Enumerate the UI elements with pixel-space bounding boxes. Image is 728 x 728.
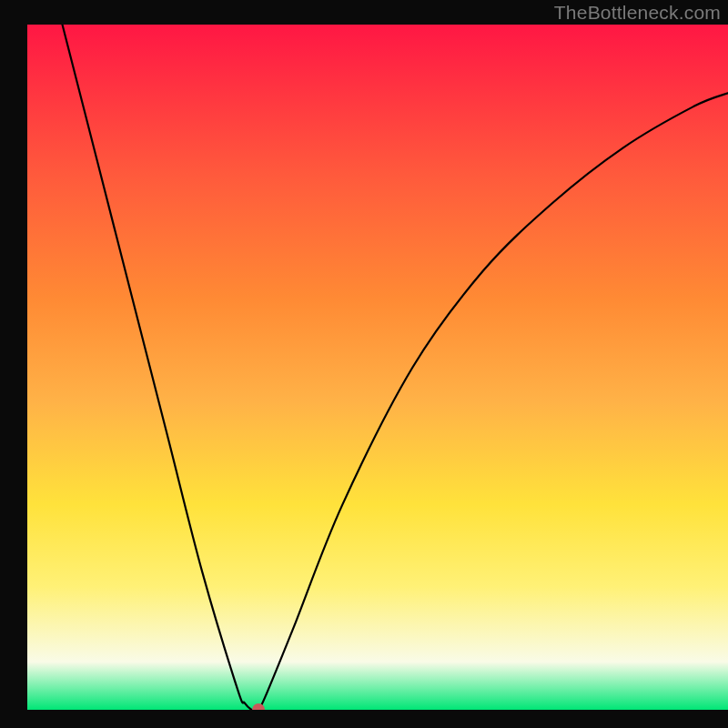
chart-container: TheBottleneck.com [0, 0, 728, 728]
frame-bottom [0, 710, 728, 728]
bottleneck-chart [0, 0, 728, 728]
watermark-text: TheBottleneck.com [554, 2, 721, 24]
frame-left [0, 0, 27, 728]
plot-background [27, 25, 728, 710]
